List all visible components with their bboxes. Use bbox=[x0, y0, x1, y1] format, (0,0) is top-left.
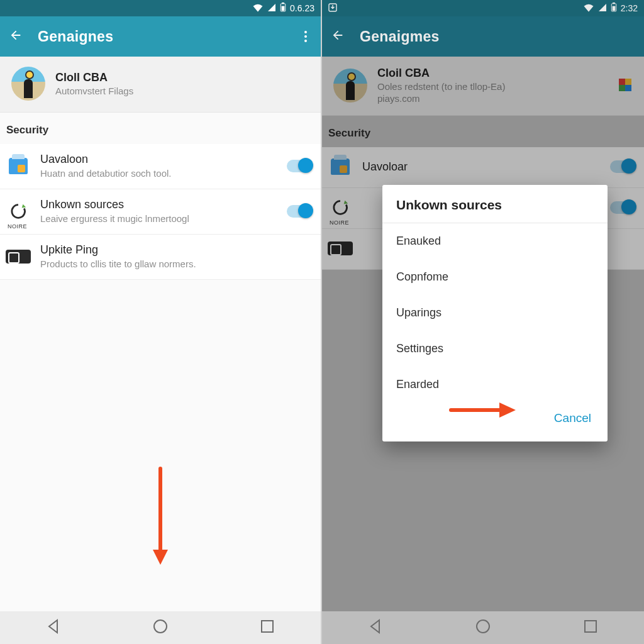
nav-home-icon[interactable] bbox=[475, 618, 491, 637]
wifi-icon bbox=[252, 3, 264, 14]
nav-home-icon[interactable] bbox=[152, 618, 169, 637]
status-time: 0.6.23 bbox=[290, 3, 314, 13]
item-title: Unkown sources bbox=[40, 198, 275, 211]
android-nav-bar bbox=[0, 611, 321, 644]
dialog-title: Unkown sources bbox=[382, 185, 608, 223]
sync-icon-label: NOIRE bbox=[8, 223, 27, 230]
profile-name: Cloll CBA bbox=[55, 71, 133, 84]
svg-point-11 bbox=[477, 620, 489, 633]
overflow-menu-icon[interactable] bbox=[299, 26, 312, 47]
item-sub: Leaive erguress it mugic lnmertoogl bbox=[40, 213, 275, 224]
dialog-option[interactable]: Settinges bbox=[382, 331, 608, 367]
profile-sub: Automvstert Filags bbox=[55, 86, 133, 96]
app-bar: Genaignes bbox=[0, 16, 321, 57]
nav-back-icon[interactable] bbox=[45, 618, 62, 637]
profile-row[interactable]: Cloll CBA Automvstert Filags bbox=[0, 57, 321, 113]
item-sub: Huatn and detabutior soch tool. bbox=[40, 168, 275, 179]
nav-back-icon[interactable] bbox=[367, 618, 384, 637]
signal-icon bbox=[267, 3, 276, 14]
svg-rect-12 bbox=[585, 621, 596, 632]
item-title: Upkite Ping bbox=[40, 243, 312, 257]
item-sub: Products to cllis tite to gllaw normers. bbox=[40, 258, 312, 269]
annotation-arrow-right bbox=[448, 397, 517, 425]
appbar-title: Genaignes bbox=[38, 28, 113, 45]
back-icon[interactable] bbox=[9, 28, 23, 45]
cancel-button[interactable]: Cancel bbox=[552, 406, 594, 430]
toggle-switch[interactable] bbox=[287, 205, 312, 218]
status-bar: 0.6.23 bbox=[0, 0, 321, 16]
settings-item-uavaloon[interactable]: Uavaloon Huatn and detabutior soch tool. bbox=[0, 144, 321, 189]
settings-item-unknown-sources[interactable]: NOIRE Unkown sources Leaive erguress it … bbox=[0, 189, 321, 235]
avatar bbox=[11, 67, 45, 101]
svg-point-4 bbox=[154, 620, 167, 633]
settings-list: Uavaloon Huatn and detabutior soch tool.… bbox=[0, 144, 321, 280]
dialog-option[interactable]: Copnfome bbox=[382, 259, 608, 295]
section-header: Security bbox=[0, 113, 321, 144]
settings-item-upkite-ping[interactable]: Upkite Ping Products to cllis tite to gl… bbox=[0, 235, 321, 280]
nav-recents-icon[interactable] bbox=[582, 618, 599, 637]
sync-icon: NOIRE bbox=[8, 201, 29, 222]
battery-icon bbox=[280, 3, 286, 14]
left-screen: 0.6.23 Genaignes Cloll CBA Automvstert F… bbox=[0, 0, 322, 644]
svg-rect-1 bbox=[282, 3, 284, 4]
nav-recents-icon[interactable] bbox=[259, 618, 275, 637]
svg-rect-2 bbox=[282, 6, 285, 11]
item-title: Uavaloon bbox=[40, 153, 275, 166]
annotation-arrow-down bbox=[151, 465, 170, 569]
dialog-option[interactable]: Uparings bbox=[382, 295, 608, 331]
toggle-switch[interactable] bbox=[287, 160, 312, 172]
right-screen: 2:32 Genaigmes Cloil CBA Ooles redstent … bbox=[322, 0, 644, 644]
safe-icon bbox=[8, 155, 29, 177]
dialog-option[interactable]: Enauked bbox=[382, 223, 608, 259]
rect-switch-icon bbox=[8, 246, 29, 267]
android-nav-bar bbox=[322, 611, 644, 644]
svg-rect-5 bbox=[262, 621, 273, 632]
